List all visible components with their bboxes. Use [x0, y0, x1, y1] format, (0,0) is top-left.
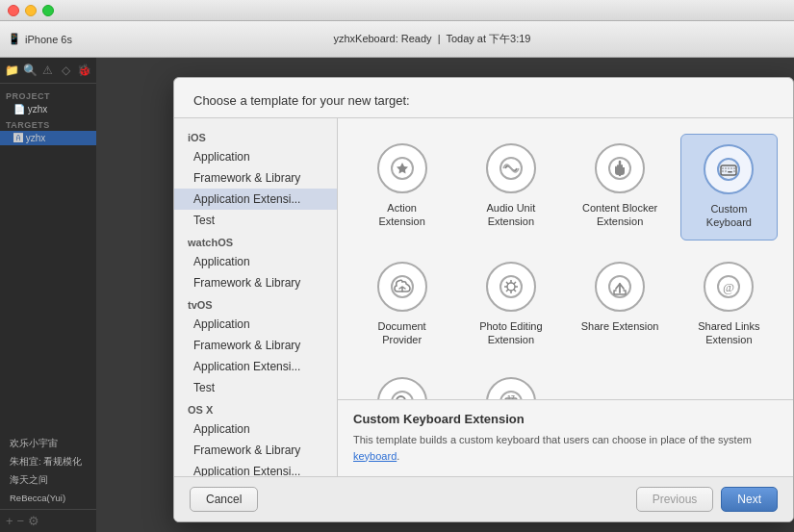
- main-content: Choose a template for your new target: i…: [96, 58, 794, 532]
- svg-rect-12: [728, 171, 732, 173]
- device-icon: 📱: [8, 33, 21, 45]
- custom-keyboard-icon: [704, 144, 754, 194]
- social-item-3[interactable]: ReBecca(Yui): [0, 490, 96, 506]
- nav-search-nav-icon[interactable]: 🔍: [22, 62, 38, 79]
- tvos-section-label: tvOS: [174, 293, 337, 314]
- document-provider-label: DocumentProvider: [378, 319, 426, 347]
- photo-editing-extension-label: Photo EditingExtension: [479, 319, 542, 347]
- nav-panel: 📁 🔍 ⚠ ◇ 🐞 PROJECT 📄 yzhx TARGETS 🅰 yzhx …: [0, 58, 96, 532]
- tvos-app-extension[interactable]: Application Extensi...: [174, 356, 337, 377]
- nav-bottom-bar: + − ⚙: [0, 509, 96, 532]
- minimize-button[interactable]: [25, 5, 37, 16]
- photo-editing-extension-icon: [486, 262, 536, 312]
- next-button[interactable]: Next: [721, 487, 778, 512]
- template-action-extension[interactable]: ActionExtension: [353, 134, 450, 241]
- dialog-header: Choose a template for your new target:: [174, 78, 793, 118]
- spotlight-index-extension-icon: [377, 377, 427, 399]
- dialog-footer: Cancel Previous Next: [174, 476, 793, 521]
- template-grid: ActionExtension: [353, 134, 778, 399]
- ios-framework[interactable]: Framework & Library: [174, 167, 337, 189]
- social-item-1[interactable]: 朱相宜: 看规模化: [0, 453, 96, 471]
- today-extension-icon: 17: [486, 377, 536, 399]
- svg-point-29: [392, 392, 413, 399]
- template-shared-links-extension[interactable]: @ Shared LinksExtension: [680, 252, 778, 357]
- settings-nav-button[interactable]: ⚙: [28, 514, 39, 528]
- template-today-extension[interactable]: 17 Today Extension: [462, 367, 559, 399]
- template-sidebar: iOS Application Framework & Library Appl…: [174, 118, 338, 476]
- description-text: This template builds a custom keyboard t…: [353, 432, 778, 464]
- target-item-yzhx[interactable]: 🅰 yzhx: [0, 131, 96, 145]
- nav-folder-icon[interactable]: 📁: [4, 62, 20, 79]
- osx-app-extension[interactable]: Application Extensi...: [174, 461, 337, 476]
- dialog-header-text: Choose a template for your new target:: [193, 93, 410, 108]
- watchos-section-label: watchOS: [174, 231, 337, 251]
- workspace: 📁 🔍 ⚠ ◇ 🐞 PROJECT 📄 yzhx TARGETS 🅰 yzhx …: [0, 58, 794, 532]
- nav-top-icons: 📁 🔍 ⚠ ◇ 🐞: [0, 58, 96, 84]
- project-item-yzhx[interactable]: 📄 yzhx: [0, 102, 96, 116]
- ios-section-label: iOS: [174, 126, 337, 146]
- device-selector[interactable]: 📱 iPhone 6s: [8, 33, 72, 45]
- add-target-button[interactable]: +: [6, 514, 13, 528]
- watchos-framework[interactable]: Framework & Library: [174, 272, 337, 293]
- description-link[interactable]: keyboard: [353, 450, 397, 462]
- action-extension-icon: [377, 143, 427, 193]
- osx-application[interactable]: Application: [174, 418, 337, 440]
- template-photo-editing-extension[interactable]: Photo EditingExtension: [462, 252, 559, 357]
- template-content-blocker-extension[interactable]: Content BlockerExtension: [572, 134, 669, 241]
- content-blocker-extension-label: Content BlockerExtension: [582, 201, 657, 229]
- audio-unit-extension-icon: [486, 143, 536, 193]
- template-grid-area: ActionExtension: [338, 118, 793, 399]
- template-share-extension[interactable]: Share Extension: [572, 252, 669, 357]
- device-label: iPhone 6s: [25, 34, 72, 45]
- shared-links-extension-label: Shared LinksExtension: [698, 319, 759, 347]
- share-extension-label: Share Extension: [581, 319, 659, 333]
- footer-left-buttons: Cancel: [190, 487, 258, 512]
- social-item-2[interactable]: 海天之间: [0, 471, 96, 490]
- ios-application[interactable]: Application: [174, 146, 337, 167]
- watchos-application[interactable]: Application: [174, 251, 337, 272]
- ios-test[interactable]: Test: [174, 210, 337, 231]
- template-document-provider[interactable]: DocumentProvider: [353, 252, 450, 357]
- template-custom-keyboard[interactable]: CustomKeyboard: [680, 134, 778, 241]
- svg-text:@: @: [723, 280, 734, 294]
- tvos-test[interactable]: Test: [174, 377, 337, 398]
- social-item-0[interactable]: 欢乐小宇宙: [0, 435, 96, 453]
- xcode-toolbar: 📱 iPhone 6s yzhxKeboard: Ready | Today a…: [0, 21, 794, 58]
- custom-keyboard-label: CustomKeyboard: [706, 202, 752, 230]
- tvos-framework[interactable]: Framework & Library: [174, 335, 337, 356]
- shared-links-extension-icon: @: [704, 262, 754, 312]
- maximize-button[interactable]: [42, 5, 54, 16]
- osx-section-label: OS X: [174, 398, 337, 418]
- footer-right-buttons: Previous Next: [636, 487, 778, 512]
- cancel-button[interactable]: Cancel: [190, 487, 258, 512]
- share-extension-icon: [595, 262, 645, 312]
- nav-debug-icon[interactable]: 🐞: [76, 62, 92, 79]
- close-button[interactable]: [8, 5, 19, 16]
- toolbar-status: yzhxKeboard: Ready | Today at 下午3:19: [78, 32, 786, 46]
- template-spotlight-index-extension[interactable]: Spotlight IndexExtension: [353, 367, 450, 399]
- dialog-body: iOS Application Framework & Library Appl…: [174, 118, 793, 476]
- project-section-label: PROJECT: [0, 88, 96, 102]
- title-bar: [0, 0, 794, 21]
- ios-app-extension[interactable]: Application Extensi...: [174, 189, 337, 210]
- targets-section-label: TARGETS: [0, 116, 96, 131]
- remove-target-button[interactable]: −: [17, 514, 25, 528]
- svg-point-15: [500, 276, 522, 297]
- nav-test-icon[interactable]: ◇: [58, 62, 74, 79]
- audio-unit-extension-label: Audio UnitExtension: [486, 201, 535, 229]
- nav-warning-icon[interactable]: ⚠: [40, 62, 57, 79]
- document-provider-icon: [377, 262, 427, 312]
- content-blocker-extension-icon: [595, 143, 645, 193]
- action-extension-label: ActionExtension: [378, 201, 424, 229]
- template-description: Custom Keyboard Extension This template …: [338, 399, 793, 476]
- nav-file-tree: PROJECT 📄 yzhx TARGETS 🅰 yzhx: [0, 84, 96, 432]
- description-title: Custom Keyboard Extension: [353, 412, 778, 426]
- sidebar-social: 欢乐小宇宙 朱相宜: 看规模化 海天之间 ReBecca(Yui): [0, 432, 96, 509]
- previous-button[interactable]: Previous: [636, 487, 714, 512]
- tvos-application[interactable]: Application: [174, 314, 337, 335]
- template-audio-unit-extension[interactable]: Audio UnitExtension: [462, 134, 559, 241]
- osx-framework[interactable]: Framework & Library: [174, 440, 337, 461]
- template-dialog: Choose a template for your new target: i…: [173, 77, 794, 522]
- template-grid-container: ActionExtension: [338, 118, 793, 476]
